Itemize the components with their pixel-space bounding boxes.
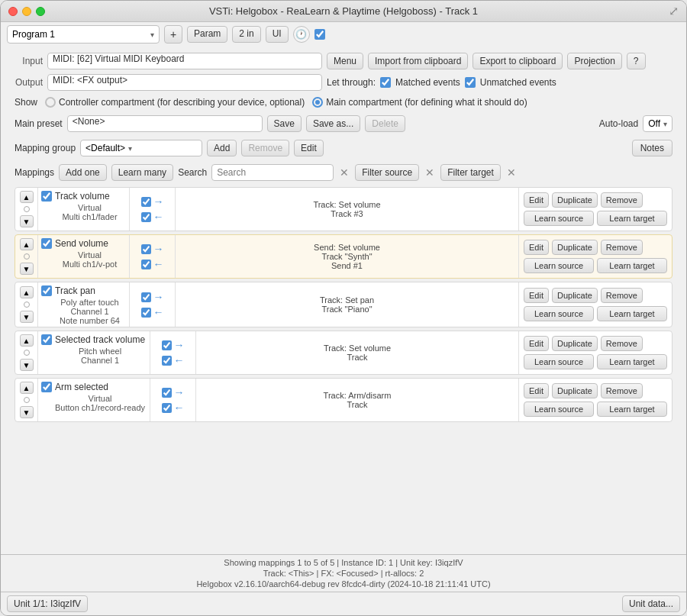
up-arrow-selected-track-volume[interactable]: ▲ [20,334,34,347]
check-backward-track-volume[interactable] [141,212,151,222]
check-backward-selected-track-volume[interactable] [162,356,172,366]
duplicate-mapping-send-volume[interactable]: Duplicate [552,240,598,255]
matched-events-label: Matched events [395,77,460,88]
arrow-forward-icon-send-volume: → [153,243,164,255]
learn-source-track-pan[interactable]: Learn source [524,306,594,321]
duplicate-mapping-arm-selected[interactable]: Duplicate [552,383,598,398]
program-select[interactable]: Program 1 ▾ [7,25,160,44]
duplicate-mapping-selected-track-volume[interactable]: Duplicate [552,336,598,351]
mapping-item-track-pan: ▲ ▼ Track pan Poly after touch Channel 1… [15,282,672,327]
main-radio-icon[interactable] [312,97,323,108]
mapping-enabled-arm-selected[interactable] [41,382,52,392]
search-input[interactable] [211,164,334,181]
learn-many-button[interactable]: Learn many [111,164,173,181]
main-compartment-option[interactable]: Main compartment (for defining what it s… [312,97,527,108]
minimize-button[interactable] [22,7,31,16]
controller-compartment-option[interactable]: Controller compartment (for describing y… [45,97,305,108]
learn-target-track-pan[interactable]: Learn target [597,306,667,321]
ui-button[interactable]: UI [266,26,289,43]
mapping-enabled-selected-track-volume[interactable] [41,334,52,345]
learn-target-arm-selected[interactable]: Learn target [597,402,667,417]
export-clipboard-button[interactable]: Export to clipboard [473,53,563,69]
mapping-name-track-volume: Track volume [55,191,110,202]
learn-source-arm-selected[interactable]: Learn source [524,402,594,417]
edit-mapping-send-volume[interactable]: Edit [524,240,549,255]
input-label: Input [8,56,43,66]
maximize-button[interactable] [36,7,45,16]
add-one-button[interactable]: Add one [59,164,107,181]
mappings-label: Mappings [15,167,54,178]
down-arrow-send-volume[interactable]: ▼ [20,263,34,275]
add-group-button[interactable]: Add [207,140,237,156]
param-button[interactable]: Param [187,26,227,43]
check-backward-send-volume[interactable] [141,260,151,269]
up-arrow-send-volume[interactable]: ▲ [20,238,34,250]
edit-mapping-track-pan[interactable]: Edit [524,288,549,303]
enabled-checkbox[interactable] [314,29,325,40]
help-button[interactable]: ? [627,53,646,69]
autoload-select[interactable]: Off ▾ [643,115,672,132]
clock-icon[interactable]: 🕐 [293,26,310,43]
filter-source-clear-icon[interactable]: ✕ [424,166,436,179]
learn-target-selected-track-volume[interactable]: Learn target [597,354,667,369]
edit-mapping-selected-track-volume[interactable]: Edit [524,336,549,351]
check-forward-selected-track-volume[interactable] [162,340,172,350]
edit-mapping-track-volume[interactable]: Edit [524,192,549,208]
check-forward-send-volume[interactable] [141,244,151,254]
add-program-button[interactable]: + [164,25,182,44]
down-arrow-arm-selected[interactable]: ▼ [20,406,34,418]
down-arrow-selected-track-volume[interactable]: ▼ [20,359,34,371]
mapping-enabled-track-volume[interactable] [41,191,52,202]
menu-button[interactable]: Menu [327,53,363,69]
up-arrow-arm-selected[interactable]: ▲ [20,382,34,394]
edit-mapping-arm-selected[interactable]: Edit [524,383,549,398]
close-button[interactable] [8,7,18,16]
duplicate-mapping-track-volume[interactable]: Duplicate [552,192,598,208]
save-button[interactable]: Save [267,115,302,132]
mapping-name-track-pan: Track pan [55,285,95,296]
remove-mapping-send-volume[interactable]: Remove [601,240,643,255]
mapping-actions-track-volume: Edit Duplicate Remove Learn source Learn… [519,188,672,231]
learn-target-send-volume[interactable]: Learn target [597,258,667,273]
filter-source-button[interactable]: Filter source [355,164,419,181]
up-arrow-track-pan[interactable]: ▲ [20,286,34,298]
learn-source-track-volume[interactable]: Learn source [524,211,594,226]
check-forward-track-pan[interactable] [141,292,151,302]
learn-target-track-volume[interactable]: Learn target [597,211,667,226]
filter-target-clear-icon[interactable]: ✕ [505,166,518,179]
check-forward-arm-selected[interactable] [162,388,172,398]
remove-mapping-track-volume[interactable]: Remove [601,192,643,208]
controller-radio-icon[interactable] [45,97,56,108]
save-as-button[interactable]: Save as... [306,115,360,132]
notes-button[interactable]: Notes [632,140,672,156]
edit-group-button[interactable]: Edit [294,140,324,156]
unmatched-events-checkbox[interactable] [465,77,476,88]
status-indicator-arm-selected [24,397,30,403]
check-backward-arm-selected[interactable] [162,403,172,413]
remove-mapping-track-pan[interactable]: Remove [601,288,643,303]
check-backward-track-pan[interactable] [141,308,151,318]
down-arrow-track-volume[interactable]: ▼ [20,215,34,227]
remove-group-button[interactable]: Remove [241,140,289,156]
down-arrow-track-pan[interactable]: ▼ [20,311,34,323]
duplicate-mapping-track-pan[interactable]: Duplicate [552,288,598,303]
mapping-enabled-track-pan[interactable] [41,285,52,296]
projection-button[interactable]: Projection [567,53,621,69]
mapping-group-select[interactable]: <Default> ▾ [80,140,202,156]
remove-mapping-selected-track-volume[interactable]: Remove [601,336,643,351]
unit-data-button[interactable]: Unit data... [622,595,680,612]
delete-button[interactable]: Delete [365,115,405,132]
learn-source-selected-track-volume[interactable]: Learn source [524,354,594,369]
search-clear-button[interactable]: ✕ [338,166,350,179]
mapping-enabled-send-volume[interactable] [41,238,52,249]
import-clipboard-button[interactable]: Import from clipboard [368,53,468,69]
matched-events-checkbox[interactable] [380,77,391,88]
unit-button[interactable]: Unit 1/1: I3iqzIfV [7,595,88,612]
check-forward-track-volume[interactable] [141,197,151,207]
learn-source-send-volume[interactable]: Learn source [524,258,594,273]
in-button[interactable]: 2 in [232,26,260,43]
up-arrow-track-volume[interactable]: ▲ [20,191,34,203]
mapping-item-selected-track-volume: ▲ ▼ Selected track volume Pitch wheel Ch… [15,331,672,375]
remove-mapping-arm-selected[interactable]: Remove [601,383,643,398]
filter-target-button[interactable]: Filter target [440,164,501,181]
